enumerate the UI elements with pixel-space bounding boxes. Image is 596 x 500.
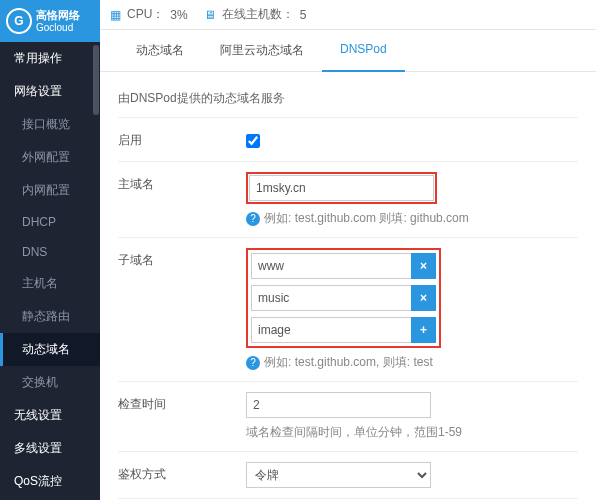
- select-auth[interactable]: 令牌: [246, 462, 431, 488]
- tabs: 动态域名 阿里云动态域名 DNSPod: [100, 30, 596, 72]
- label-auth: 鉴权方式: [118, 462, 246, 483]
- add-sub-button[interactable]: +: [411, 317, 436, 343]
- nav-sub-interface[interactable]: 接口概览: [0, 108, 100, 141]
- logo-title-en: Gocloud: [36, 22, 80, 33]
- nav-sub-lan[interactable]: 内网配置: [0, 174, 100, 207]
- label-check: 检查时间: [118, 392, 246, 413]
- nav-group-qos[interactable]: QoS流控: [0, 465, 100, 498]
- nav-sub-ddns[interactable]: 动态域名: [0, 333, 100, 366]
- logo-icon: G: [6, 8, 32, 34]
- hint-domain: 例如: test.github.com 则填: github.com: [264, 210, 469, 227]
- hosts-icon: 🖥: [204, 8, 216, 22]
- input-check[interactable]: [246, 392, 431, 418]
- remove-sub-button-0[interactable]: ×: [411, 253, 436, 279]
- logo-title-cn: 高恪网络: [36, 9, 80, 21]
- description: 由DNSPod提供的动态域名服务: [118, 84, 578, 117]
- hint-check: 域名检查间隔时间，单位分钟，范围1-59: [246, 424, 462, 441]
- nav-group-multiline[interactable]: 多线设置: [0, 432, 100, 465]
- input-sub-0[interactable]: [251, 253, 411, 279]
- hosts-value: 5: [300, 8, 307, 22]
- remove-sub-button-1[interactable]: ×: [411, 285, 436, 311]
- label-domain: 主域名: [118, 172, 246, 193]
- sidebar: G 高恪网络 Gocloud 常用操作 网络设置 接口概览 外网配置 内网配置 …: [0, 0, 100, 500]
- input-sub-1[interactable]: [251, 285, 411, 311]
- nav-group-wireless[interactable]: 无线设置: [0, 399, 100, 432]
- sidebar-scrollbar[interactable]: [93, 45, 99, 115]
- tab-aliyun[interactable]: 阿里云动态域名: [202, 30, 322, 71]
- help-icon: ?: [246, 356, 260, 370]
- nav-sub-switch[interactable]: 交换机: [0, 366, 100, 399]
- label-enable: 启用: [118, 128, 246, 149]
- nav-sub-dhcp[interactable]: DHCP: [0, 207, 100, 237]
- tab-dnspod[interactable]: DNSPod: [322, 30, 405, 72]
- hosts-label: 在线主机数：: [222, 6, 294, 23]
- top-bar: ▦ CPU： 3% 🖥 在线主机数： 5: [100, 0, 596, 30]
- cpu-icon: ▦: [110, 8, 121, 22]
- nav-group-common[interactable]: 常用操作: [0, 42, 100, 75]
- nav: 常用操作 网络设置 接口概览 外网配置 内网配置 DHCP DNS 主机名 静态…: [0, 42, 100, 500]
- nav-sub-hostname[interactable]: 主机名: [0, 267, 100, 300]
- input-domain[interactable]: [249, 175, 434, 201]
- label-subdomain: 子域名: [118, 248, 246, 269]
- nav-sub-route[interactable]: 静态路由: [0, 300, 100, 333]
- hint-sub: 例如: test.github.com, 则填: test: [264, 354, 433, 371]
- help-icon: ?: [246, 212, 260, 226]
- nav-sub-dns[interactable]: DNS: [0, 237, 100, 267]
- logo: G 高恪网络 Gocloud: [0, 0, 100, 42]
- input-sub-2[interactable]: [251, 317, 411, 343]
- nav-sub-wan[interactable]: 外网配置: [0, 141, 100, 174]
- tab-ddns[interactable]: 动态域名: [118, 30, 202, 71]
- content: 由DNSPod提供的动态域名服务 启用 主域名 ?例如: test.github…: [100, 72, 596, 499]
- cpu-value: 3%: [170, 8, 187, 22]
- nav-group-network[interactable]: 网络设置: [0, 75, 100, 108]
- checkbox-enable[interactable]: [246, 134, 260, 148]
- cpu-label: CPU：: [127, 6, 164, 23]
